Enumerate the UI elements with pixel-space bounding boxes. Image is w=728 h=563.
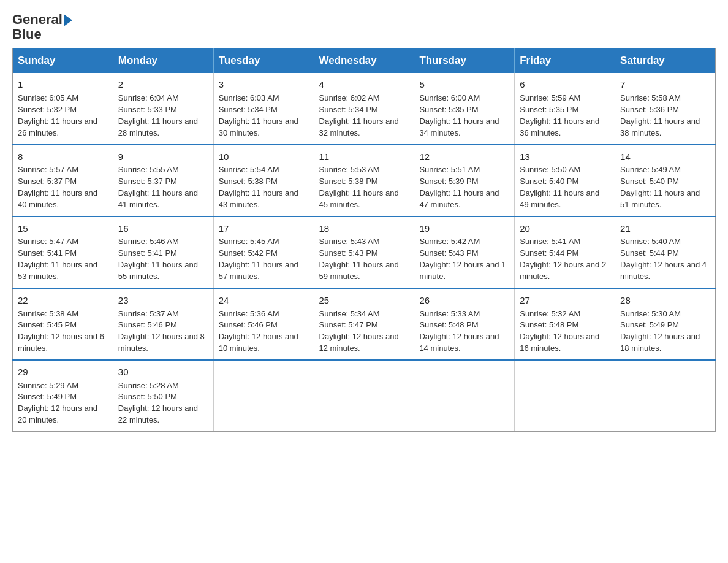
day-sunrise: Sunrise: 5:33 AM xyxy=(419,308,509,320)
day-daylight: Daylight: 12 hours and 14 minutes. xyxy=(419,331,509,354)
day-number: 28 xyxy=(620,294,710,307)
day-sunrise: Sunrise: 5:54 AM xyxy=(219,164,309,176)
calendar-day-8: 8 Sunrise: 5:57 AM Sunset: 5:37 PM Dayli… xyxy=(13,145,113,216)
calendar-day-19: 19 Sunrise: 5:42 AM Sunset: 5:43 PM Dayl… xyxy=(414,216,515,288)
header-sunday: Sunday xyxy=(13,48,113,74)
day-sunrise: Sunrise: 5:34 AM xyxy=(319,308,409,320)
calendar-day-23: 23 Sunrise: 5:37 AM Sunset: 5:46 PM Dayl… xyxy=(113,288,213,360)
day-number: 3 xyxy=(219,78,309,91)
day-daylight: Daylight: 11 hours and 43 minutes. xyxy=(219,188,309,211)
day-daylight: Daylight: 12 hours and 4 minutes. xyxy=(620,259,710,283)
logo: General Blue xyxy=(12,12,72,42)
day-daylight: Daylight: 11 hours and 26 minutes. xyxy=(18,116,108,139)
day-number: 9 xyxy=(118,150,208,164)
day-daylight: Daylight: 11 hours and 49 minutes. xyxy=(520,188,610,211)
day-daylight: Daylight: 12 hours and 12 minutes. xyxy=(319,331,409,354)
page-header: General Blue xyxy=(12,12,716,42)
day-sunrise: Sunrise: 5:45 AM xyxy=(219,236,309,248)
header-friday: Friday xyxy=(515,48,615,74)
day-number: 21 xyxy=(620,222,710,236)
calendar-week-1: 1 Sunrise: 6:05 AM Sunset: 5:32 PM Dayli… xyxy=(13,73,716,144)
day-daylight: Daylight: 12 hours and 8 minutes. xyxy=(118,331,208,354)
day-number: 27 xyxy=(520,294,610,307)
day-sunrise: Sunrise: 5:29 AM xyxy=(18,380,108,392)
calendar-day-4: 4 Sunrise: 6:02 AM Sunset: 5:34 PM Dayli… xyxy=(314,73,414,144)
calendar-week-4: 22 Sunrise: 5:38 AM Sunset: 5:45 PM Dayl… xyxy=(13,288,716,360)
empty-cell-4-3 xyxy=(314,360,414,432)
calendar-day-27: 27 Sunrise: 5:32 AM Sunset: 5:48 PM Dayl… xyxy=(515,288,615,360)
day-daylight: Daylight: 12 hours and 6 minutes. xyxy=(18,331,108,354)
day-number: 30 xyxy=(118,366,208,379)
header-monday: Monday xyxy=(113,48,213,74)
day-sunrise: Sunrise: 5:36 AM xyxy=(219,308,309,320)
day-number: 29 xyxy=(18,366,108,379)
day-sunset: Sunset: 5:48 PM xyxy=(520,320,610,331)
empty-cell-4-6 xyxy=(615,360,716,432)
day-number: 16 xyxy=(118,222,208,236)
day-sunrise: Sunrise: 5:53 AM xyxy=(319,164,409,176)
day-sunrise: Sunrise: 5:46 AM xyxy=(118,236,208,248)
day-daylight: Daylight: 11 hours and 57 minutes. xyxy=(219,259,309,283)
day-sunset: Sunset: 5:33 PM xyxy=(118,104,208,116)
day-sunrise: Sunrise: 5:32 AM xyxy=(520,308,610,320)
day-sunset: Sunset: 5:44 PM xyxy=(520,248,610,259)
header-saturday: Saturday xyxy=(615,48,716,74)
calendar-week-5: 29 Sunrise: 5:29 AM Sunset: 5:49 PM Dayl… xyxy=(13,360,716,432)
day-number: 11 xyxy=(319,150,409,164)
day-daylight: Daylight: 11 hours and 34 minutes. xyxy=(419,116,509,139)
day-number: 17 xyxy=(219,222,309,236)
day-sunset: Sunset: 5:49 PM xyxy=(620,320,710,331)
calendar-day-10: 10 Sunrise: 5:54 AM Sunset: 5:38 PM Dayl… xyxy=(213,145,314,216)
day-daylight: Daylight: 11 hours and 47 minutes. xyxy=(419,188,509,211)
calendar-day-25: 25 Sunrise: 5:34 AM Sunset: 5:47 PM Dayl… xyxy=(314,288,414,360)
day-number: 13 xyxy=(520,150,610,164)
day-sunrise: Sunrise: 5:38 AM xyxy=(18,308,108,320)
day-sunrise: Sunrise: 5:50 AM xyxy=(520,164,610,176)
logo-general: General xyxy=(12,12,63,27)
logo-arrow-icon xyxy=(64,14,72,26)
day-daylight: Daylight: 12 hours and 10 minutes. xyxy=(219,331,309,354)
empty-cell-4-4 xyxy=(414,360,515,432)
calendar-day-14: 14 Sunrise: 5:49 AM Sunset: 5:40 PM Dayl… xyxy=(615,145,716,216)
day-daylight: Daylight: 11 hours and 59 minutes. xyxy=(319,259,409,283)
calendar-day-26: 26 Sunrise: 5:33 AM Sunset: 5:48 PM Dayl… xyxy=(414,288,515,360)
calendar-day-13: 13 Sunrise: 5:50 AM Sunset: 5:40 PM Dayl… xyxy=(515,145,615,216)
calendar-day-11: 11 Sunrise: 5:53 AM Sunset: 5:38 PM Dayl… xyxy=(314,145,414,216)
header-tuesday: Tuesday xyxy=(213,48,314,74)
day-sunrise: Sunrise: 6:02 AM xyxy=(319,93,409,104)
day-number: 23 xyxy=(118,294,208,307)
day-sunset: Sunset: 5:43 PM xyxy=(319,248,409,259)
day-sunset: Sunset: 5:47 PM xyxy=(319,320,409,331)
day-number: 12 xyxy=(419,150,509,164)
day-number: 4 xyxy=(319,78,409,91)
day-daylight: Daylight: 12 hours and 2 minutes. xyxy=(520,259,610,283)
day-sunset: Sunset: 5:35 PM xyxy=(419,104,509,116)
day-sunrise: Sunrise: 6:00 AM xyxy=(419,93,509,104)
day-number: 10 xyxy=(219,150,309,164)
empty-cell-4-5 xyxy=(515,360,615,432)
calendar-day-9: 9 Sunrise: 5:55 AM Sunset: 5:37 PM Dayli… xyxy=(113,145,213,216)
calendar-day-28: 28 Sunrise: 5:30 AM Sunset: 5:49 PM Dayl… xyxy=(615,288,716,360)
calendar-day-5: 5 Sunrise: 6:00 AM Sunset: 5:35 PM Dayli… xyxy=(414,73,515,144)
day-sunset: Sunset: 5:36 PM xyxy=(620,104,710,116)
day-number: 25 xyxy=(319,294,409,307)
day-number: 2 xyxy=(118,78,208,91)
day-sunset: Sunset: 5:39 PM xyxy=(419,176,509,188)
day-sunrise: Sunrise: 5:49 AM xyxy=(620,164,710,176)
day-number: 22 xyxy=(18,294,108,307)
calendar-week-2: 8 Sunrise: 5:57 AM Sunset: 5:37 PM Dayli… xyxy=(13,145,716,216)
day-number: 1 xyxy=(18,78,108,91)
header-thursday: Thursday xyxy=(414,48,515,74)
day-sunrise: Sunrise: 5:28 AM xyxy=(118,380,208,392)
day-number: 5 xyxy=(419,78,509,91)
day-daylight: Daylight: 11 hours and 32 minutes. xyxy=(319,116,409,139)
calendar-day-24: 24 Sunrise: 5:36 AM Sunset: 5:46 PM Dayl… xyxy=(213,288,314,360)
day-daylight: Daylight: 11 hours and 51 minutes. xyxy=(620,188,710,211)
day-sunset: Sunset: 5:50 PM xyxy=(118,391,208,403)
day-sunset: Sunset: 5:44 PM xyxy=(620,248,710,259)
day-sunset: Sunset: 5:40 PM xyxy=(520,176,610,188)
calendar-header-row: SundayMondayTuesdayWednesdayThursdayFrid… xyxy=(13,48,716,74)
day-sunset: Sunset: 5:34 PM xyxy=(319,104,409,116)
calendar-day-3: 3 Sunrise: 6:03 AM Sunset: 5:34 PM Dayli… xyxy=(213,73,314,144)
day-daylight: Daylight: 12 hours and 1 minute. xyxy=(419,259,509,283)
